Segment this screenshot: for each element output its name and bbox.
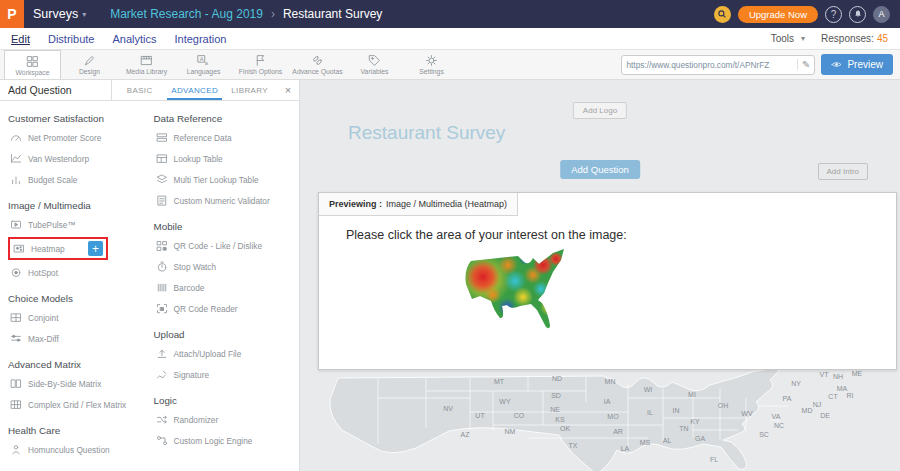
toolbar-item-media-library[interactable]: Media Library bbox=[118, 50, 175, 79]
add-question-panel: Add Question BASIC ADVANCED LIBRARY × Cu… bbox=[0, 80, 300, 471]
add-question-button[interactable]: Add Question bbox=[560, 160, 640, 179]
tab-edit[interactable]: Edit bbox=[11, 33, 30, 45]
question-type-max-diff[interactable]: Max-Diff bbox=[8, 328, 146, 349]
toolbar-item-design[interactable]: Design bbox=[61, 50, 118, 79]
question-type-custom-numeric-validator[interactable]: Custom Numeric Validator bbox=[154, 190, 299, 211]
toolbar-item-variables[interactable]: Variables bbox=[346, 50, 403, 79]
question-type-net-promoter-score[interactable]: Net Promoter Score bbox=[8, 127, 146, 148]
section-heading-mobile: Mobile bbox=[154, 221, 299, 232]
upgrade-now-button[interactable]: Upgrade Now bbox=[738, 6, 818, 23]
question-type-complex-grid-flex-matrix[interactable]: Complex Grid / Flex Matrix bbox=[8, 394, 146, 415]
toolbar-item-languages[interactable]: AaLanguages bbox=[175, 50, 232, 79]
question-type-barcode[interactable]: Barcode bbox=[154, 277, 299, 298]
tab-basic[interactable]: BASIC bbox=[112, 80, 167, 100]
question-type-conjoint[interactable]: Conjoint bbox=[8, 307, 146, 328]
section-heading-advanced-matrix: Advanced Matrix bbox=[8, 359, 146, 370]
close-icon[interactable]: × bbox=[277, 80, 299, 100]
add-logo-button[interactable]: Add Logo bbox=[573, 102, 627, 119]
nav-right: Tools ▾ Responses:45 bbox=[771, 33, 900, 44]
toolbar-item-label: Advance Quotas bbox=[292, 68, 342, 75]
eye-icon bbox=[831, 60, 842, 69]
question-type-label: Custom Logic Engine bbox=[174, 436, 253, 446]
qr-reader-icon bbox=[156, 303, 168, 315]
question-type-custom-logic-engine[interactable]: Custom Logic Engine bbox=[154, 430, 299, 451]
signature-icon bbox=[156, 369, 168, 381]
question-type-signature[interactable]: Signature bbox=[154, 364, 299, 385]
section-heading-choice-models: Choice Models bbox=[8, 293, 146, 304]
question-type-qr-code-like-dislike[interactable]: QR Code - Like / Dislike bbox=[154, 235, 299, 256]
survey-url-input[interactable] bbox=[626, 60, 797, 70]
toolbar-item-workspace[interactable]: Workspace bbox=[4, 50, 61, 79]
question-type-list: Customer SatisfactionNet Promoter ScoreV… bbox=[0, 101, 299, 460]
add-question-header: Add Question BASIC ADVANCED LIBRARY × bbox=[0, 80, 299, 101]
question-type-label: Heatmap bbox=[31, 244, 65, 254]
us-map-background-image[interactable] bbox=[318, 368, 897, 471]
media-library-icon bbox=[140, 54, 153, 67]
question-type-label: Side-By-Side Matrix bbox=[28, 379, 101, 389]
question-type-van-westendorp[interactable]: Van Westendorp bbox=[8, 148, 146, 169]
barcode-icon bbox=[156, 282, 168, 294]
tab-advanced[interactable]: ADVANCED bbox=[167, 80, 222, 100]
preview-label: Preview bbox=[847, 59, 883, 70]
toolbar-item-finish-options[interactable]: Finish Options bbox=[232, 50, 289, 79]
surveys-menu[interactable]: Surveys ▾ bbox=[33, 7, 86, 21]
question-type-budget-scale[interactable]: Budget Scale bbox=[8, 169, 146, 190]
notifications-bell-icon[interactable] bbox=[849, 6, 866, 23]
heatmap-question-image[interactable] bbox=[463, 247, 587, 343]
toolbar-items: WorkspaceDesignMedia LibraryAaLanguagesF… bbox=[4, 50, 460, 79]
question-type-qr-code-reader[interactable]: QR Code Reader bbox=[154, 298, 299, 319]
search-icon[interactable] bbox=[714, 6, 731, 23]
question-type-label: Randomizer bbox=[174, 415, 219, 425]
chevron-down-icon: ▾ bbox=[801, 34, 805, 43]
question-type-label: TubePulse™ bbox=[28, 220, 76, 230]
previewing-label: Previewing : bbox=[329, 199, 382, 209]
question-type-heatmap[interactable]: Heatmap+ bbox=[8, 237, 108, 260]
question-type-randomizer[interactable]: Randomizer bbox=[154, 409, 299, 430]
question-type-multi-tier-lookup-table[interactable]: Multi Tier Lookup Table bbox=[154, 169, 299, 190]
edit-url-pencil-icon[interactable]: ✎ bbox=[797, 59, 810, 70]
section-heading-health-care: Health Care bbox=[8, 425, 146, 436]
question-type-hotspot[interactable]: HotSpot bbox=[8, 262, 146, 283]
question-type-label: Budget Scale bbox=[28, 175, 77, 185]
advance-quotas-icon bbox=[311, 54, 324, 67]
question-type-side-by-side-matrix[interactable]: Side-By-Side Matrix bbox=[8, 373, 146, 394]
question-type-label: QR Code - Like / Dislike bbox=[174, 241, 263, 251]
product-label: Surveys bbox=[33, 7, 78, 21]
toolbar-item-advance-quotas[interactable]: Advance Quotas bbox=[289, 50, 346, 79]
help-button[interactable]: ? bbox=[825, 6, 842, 23]
survey-canvas: MTNDMNWIMIMEVTNHMACTRINYPANJDEMDSDWYIANE… bbox=[300, 80, 900, 471]
question-type-attach-upload-file[interactable]: Attach/Upload File bbox=[154, 343, 299, 364]
logic-engine-icon bbox=[156, 435, 168, 447]
preview-button[interactable]: Preview bbox=[821, 54, 893, 75]
randomizer-icon bbox=[156, 414, 168, 426]
toolbar-item-label: Design bbox=[79, 68, 100, 75]
questionpro-survey-editor: P Surveys ▾ Market Research - Aug 2019 ›… bbox=[0, 0, 900, 471]
add-heatmap-plus-button[interactable]: + bbox=[88, 241, 103, 256]
breadcrumb-folder[interactable]: Market Research - Aug 2019 bbox=[110, 7, 263, 21]
design-icon bbox=[83, 54, 96, 67]
bar-scale-icon bbox=[10, 174, 22, 186]
section-heading-upload: Upload bbox=[154, 329, 299, 340]
tab-integration[interactable]: Integration bbox=[174, 33, 226, 45]
question-type-label: Conjoint bbox=[28, 313, 58, 323]
question-type-stop-watch[interactable]: Stop Watch bbox=[154, 256, 299, 277]
question-type-homunculus-question[interactable]: Homunculus Question bbox=[8, 439, 146, 460]
question-type-label: Lookup Table bbox=[174, 154, 223, 164]
add-intro-button[interactable]: Add Intro bbox=[818, 163, 868, 180]
tools-menu[interactable]: Tools ▾ bbox=[771, 33, 805, 44]
tab-distribute[interactable]: Distribute bbox=[48, 33, 94, 45]
responses-counter[interactable]: Responses:45 bbox=[821, 33, 888, 44]
question-type-label: Homunculus Question bbox=[28, 445, 110, 455]
stopwatch-icon bbox=[156, 261, 168, 273]
question-type-lookup-table[interactable]: Lookup Table bbox=[154, 148, 299, 169]
question-type-tubepulse[interactable]: TubePulse™ bbox=[8, 214, 146, 235]
question-type-reference-data[interactable]: Reference Data bbox=[154, 127, 299, 148]
toolbar-item-settings[interactable]: Settings bbox=[403, 50, 460, 79]
question-text: Please click the area of your interest o… bbox=[346, 228, 896, 242]
avatar[interactable]: A bbox=[873, 6, 890, 23]
questionpro-logo[interactable]: P bbox=[0, 0, 24, 28]
survey-title[interactable]: Restaurant Survey bbox=[348, 122, 505, 144]
tab-analytics[interactable]: Analytics bbox=[112, 33, 156, 45]
video-icon bbox=[10, 219, 22, 231]
tab-library[interactable]: LIBRARY bbox=[222, 80, 277, 100]
